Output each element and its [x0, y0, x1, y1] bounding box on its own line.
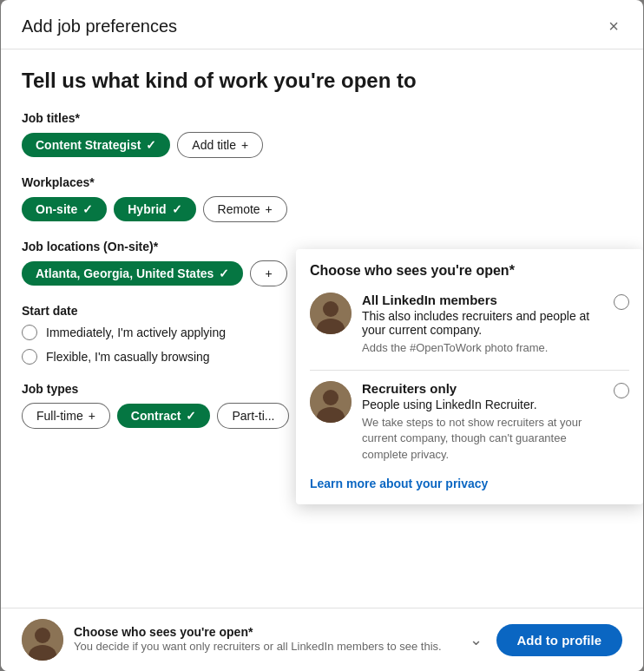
who-sees-desc: You decide if you want only recruiters o…	[74, 639, 456, 655]
modal-header: Add job preferences ×	[1, 0, 643, 49]
hybrid-tag[interactable]: Hybrid ✓	[114, 197, 195, 221]
contract-label: Contract	[131, 409, 181, 423]
recruiters-title: Recruiters only	[362, 381, 603, 396]
recruiters-desc: People using LinkedIn Recruiter.	[362, 398, 603, 411]
flexible-radio[interactable]	[22, 349, 37, 365]
svg-point-7	[35, 628, 50, 643]
svg-point-4	[323, 390, 338, 405]
add-title-label: Add title	[192, 138, 236, 152]
atlanta-label: Atlanta, Georgia, United States	[36, 266, 214, 280]
recruiters-sub: We take steps to not show recruiters at …	[362, 415, 603, 463]
immediately-radio[interactable]	[22, 325, 37, 340]
parttime-label: Part-ti...	[232, 409, 274, 423]
remote-label: Remote	[218, 202, 260, 216]
workplaces-section: Workplaces* On-site ✓ Hybrid ✓ Remote +	[22, 175, 622, 222]
all-members-title: All LinkedIn members	[362, 293, 603, 307]
add-title-plus-icon: +	[241, 138, 248, 152]
user-avatar	[22, 619, 63, 661]
svg-point-1	[323, 301, 338, 317]
modal-overlay: Add job preferences × Tell us what kind …	[0, 0, 644, 671]
fulltime-label: Full-time	[36, 409, 83, 423]
all-members-option[interactable]: All LinkedIn members This also includes …	[310, 293, 629, 356]
all-members-sub: Adds the #OpenToWork photo frame.	[362, 340, 603, 356]
all-members-radio[interactable]	[614, 294, 629, 310]
onsite-tag[interactable]: On-site ✓	[22, 197, 107, 221]
workplaces-tags: On-site ✓ Hybrid ✓ Remote +	[22, 196, 622, 222]
privacy-link[interactable]: Learn more about your privacy	[310, 477, 629, 490]
job-titles-tags: Content Strategist ✓ Add title +	[22, 132, 622, 158]
modal-title: Add job preferences	[22, 16, 177, 36]
bottom-text: Choose who sees you're open* You decide …	[74, 625, 456, 655]
job-titles-label: Job titles*	[22, 111, 622, 125]
who-sees-popover: Choose who sees you're open* All LinkedI…	[296, 249, 643, 504]
popover-title: Choose who sees you're open*	[310, 263, 629, 279]
modal-body: Tell us what kind of work you're open to…	[1, 49, 643, 608]
atlanta-check-icon: ✓	[219, 266, 229, 280]
hybrid-label: Hybrid	[128, 202, 166, 216]
hybrid-check-icon: ✓	[172, 202, 182, 216]
atlanta-tag[interactable]: Atlanta, Georgia, United States ✓	[22, 261, 243, 286]
add-location-plus-icon: +	[265, 266, 272, 280]
add-location-button[interactable]: +	[250, 260, 286, 286]
flexible-label: Flexible, I'm casually browsing	[46, 350, 210, 364]
contract-check-icon: ✓	[186, 409, 196, 423]
job-titles-section: Job titles* Content Strategist ✓ Add tit…	[22, 111, 622, 158]
page-heading: Tell us what kind of work you're open to	[22, 67, 622, 94]
content-strategist-check-icon: ✓	[146, 138, 156, 152]
all-members-text: All LinkedIn members This also includes …	[362, 293, 603, 356]
onsite-label: On-site	[36, 202, 77, 216]
add-title-button[interactable]: Add title +	[177, 132, 263, 158]
parttime-tag[interactable]: Part-ti...	[217, 403, 289, 429]
recruiters-avatar	[310, 381, 352, 423]
fulltime-plus-icon: +	[89, 409, 95, 423]
modal-container: Add job preferences × Tell us what kind …	[1, 0, 643, 671]
recruiters-only-option[interactable]: Recruiters only People using LinkedIn Re…	[310, 381, 629, 463]
content-strategist-label: Content Strategist	[36, 138, 141, 152]
workplaces-label: Workplaces*	[22, 175, 622, 189]
all-members-avatar	[310, 293, 352, 334]
expand-button[interactable]: ⌄	[466, 627, 486, 653]
fulltime-tag[interactable]: Full-time +	[22, 403, 110, 429]
recruiters-text: Recruiters only People using LinkedIn Re…	[362, 381, 603, 463]
onsite-check-icon: ✓	[82, 202, 93, 216]
content-strategist-tag[interactable]: Content Strategist ✓	[22, 133, 170, 157]
who-sees-label: Choose who sees you're open*	[74, 625, 456, 639]
all-members-desc: This also includes recruiters and people…	[362, 309, 603, 337]
remote-tag[interactable]: Remote +	[203, 196, 287, 222]
popover-divider	[310, 370, 629, 371]
chevron-down-icon: ⌄	[470, 631, 483, 648]
recruiters-radio[interactable]	[614, 383, 629, 398]
close-button[interactable]: ×	[605, 14, 622, 38]
add-to-profile-button[interactable]: Add to profile	[496, 624, 623, 656]
bottom-bar: Choose who sees you're open* You decide …	[1, 608, 643, 671]
remote-plus-icon: +	[266, 202, 273, 216]
immediately-label: Immediately, I'm actively applying	[46, 326, 226, 339]
contract-tag[interactable]: Contract ✓	[117, 404, 211, 428]
